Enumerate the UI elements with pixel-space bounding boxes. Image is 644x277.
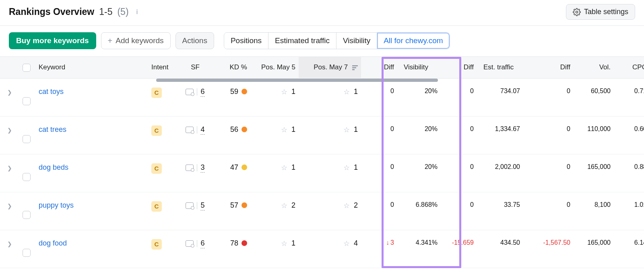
intent-badge: C <box>151 201 162 212</box>
h-scrollbar[interactable] <box>156 79 644 82</box>
page-title: Rankings Overview <box>9 6 94 17</box>
cpc-value: 6.14 <box>614 230 644 255</box>
table-settings-button[interactable]: Table settings <box>566 4 635 20</box>
table-row: ❯ dog food C 6 78 ☆1 ☆4 3 4.341% -15.659… <box>0 230 644 268</box>
serp-features[interactable]: 6 <box>186 239 204 248</box>
th-cpc[interactable]: CPC <box>614 57 644 78</box>
star-icon: ☆ <box>343 87 350 96</box>
plus-icon: + <box>108 37 113 45</box>
est-traffic-value: 734.07 <box>477 79 523 104</box>
info-icon[interactable]: i <box>134 8 141 16</box>
intent-badge: C <box>151 87 162 98</box>
th-pos-may7[interactable]: Pos. May 7 <box>299 57 361 78</box>
th-visibility[interactable]: Visibility <box>397 57 441 78</box>
table-settings-label: Table settings <box>584 8 628 16</box>
kd-value: 78 <box>230 239 247 248</box>
diff-pos: 3 <box>361 230 397 255</box>
diff-visibility: 0 <box>441 154 477 179</box>
pos-may7: ☆1 <box>343 163 358 172</box>
pos-may5: ☆2 <box>281 201 295 210</box>
th-intent[interactable]: Intent <box>148 57 177 78</box>
select-all-checkbox[interactable] <box>23 64 31 72</box>
th-keyword[interactable]: Keyword <box>35 57 148 78</box>
keyword-link[interactable]: dog food <box>39 239 67 247</box>
kd-value: 59 <box>230 87 247 96</box>
row-checkbox[interactable] <box>23 211 31 219</box>
pos-may7: ☆4 <box>343 239 358 248</box>
intent-badge: C <box>151 125 162 136</box>
serp-icon <box>186 165 194 171</box>
vol-value: 60,500 <box>574 79 614 104</box>
serp-icon <box>186 202 194 209</box>
svg-rect-1 <box>352 65 358 66</box>
serp-icon <box>186 240 194 247</box>
visibility-value: 6.868% <box>397 192 441 217</box>
title-wrap: Rankings Overview 1-5 (5) i <box>9 6 141 17</box>
diff-pos: 0 <box>361 79 397 104</box>
row-checkbox[interactable] <box>23 249 31 257</box>
expand-row-chevron-icon[interactable]: ❯ <box>0 192 19 209</box>
visibility-value: 20% <box>397 117 441 142</box>
th-pos-may5[interactable]: Pos. May 5 <box>250 57 299 78</box>
rankings-table: Keyword Intent SF KD % Pos. May 5 Pos. M… <box>0 56 644 268</box>
visibility-value: 20% <box>397 154 441 179</box>
th-est-traffic[interactable]: Est. traffic <box>477 57 523 78</box>
serp-features[interactable]: 5 <box>186 201 204 210</box>
expand-row-chevron-icon[interactable]: ❯ <box>0 230 19 247</box>
th-diff1[interactable]: Diff <box>361 57 397 78</box>
buy-keywords-button[interactable]: Buy more keywords <box>9 32 96 49</box>
pos-may5: ☆1 <box>281 125 295 134</box>
star-icon: ☆ <box>281 201 287 210</box>
vol-value: 110,000 <box>574 117 614 142</box>
pos-may5: ☆1 <box>281 239 295 248</box>
kd-value: 56 <box>230 125 247 134</box>
diff-est: -1,567.50 <box>523 230 574 255</box>
actions-button[interactable]: Actions <box>175 32 214 49</box>
keyword-link[interactable]: puppy toys <box>39 201 74 209</box>
serp-features[interactable]: 4 <box>186 125 204 135</box>
diff-pos: 0 <box>361 154 397 179</box>
sort-asc-icon <box>352 63 358 71</box>
star-icon: ☆ <box>281 163 287 172</box>
serp-features[interactable]: 6 <box>186 87 204 97</box>
seg-visibility[interactable]: Visibility <box>336 33 377 49</box>
pos-may5: ☆1 <box>281 163 295 172</box>
table-row: ❯ cat toys C 6 59 ☆1 ☆1 0 20% 0 734.07 0… <box>0 79 644 117</box>
expand-row-chevron-icon[interactable]: ❯ <box>0 154 19 171</box>
th-sf[interactable]: SF <box>177 57 213 78</box>
topbar: Rankings Overview 1-5 (5) i Table settin… <box>0 0 644 26</box>
pos-may5: ☆1 <box>281 87 295 96</box>
intent-badge: C <box>151 239 162 250</box>
kd-dot-icon <box>242 89 247 94</box>
seg-est-traffic[interactable]: Estimated traffic <box>268 33 336 49</box>
row-checkbox[interactable] <box>23 173 31 181</box>
table-row: ❯ cat trees C 4 56 ☆1 ☆1 0 20% 0 1,334.6… <box>0 117 644 154</box>
star-icon: ☆ <box>281 87 287 96</box>
add-keywords-label: Add keywords <box>116 36 163 45</box>
kd-dot-icon <box>242 202 247 208</box>
page-range: 1-5 <box>99 6 112 17</box>
sf-count: 3 <box>200 163 204 173</box>
serp-features[interactable]: 3 <box>186 163 204 173</box>
diff-est: 0 <box>523 117 574 142</box>
star-icon: ☆ <box>343 125 350 134</box>
keyword-link[interactable]: cat trees <box>39 125 66 133</box>
row-checkbox[interactable] <box>23 135 31 143</box>
th-diff3[interactable]: Diff <box>523 57 574 78</box>
seg-positions[interactable]: Positions <box>224 33 268 49</box>
keyword-link[interactable]: cat toys <box>39 87 64 96</box>
svg-rect-3 <box>352 69 355 70</box>
kd-dot-icon <box>242 240 247 246</box>
th-kd[interactable]: KD % <box>213 57 250 78</box>
seg-all-for[interactable]: All for chewy.com <box>377 33 449 49</box>
diff-pos: 0 <box>361 117 397 142</box>
th-vol[interactable]: Vol. <box>574 57 614 78</box>
th-diff2[interactable]: Diff <box>441 57 477 78</box>
row-checkbox[interactable] <box>23 97 31 105</box>
keyword-link[interactable]: dog beds <box>39 163 68 171</box>
expand-row-chevron-icon[interactable]: ❯ <box>0 117 19 133</box>
serp-icon <box>186 89 194 95</box>
add-keywords-button[interactable]: + Add keywords <box>101 32 171 49</box>
expand-row-chevron-icon[interactable]: ❯ <box>0 79 19 96</box>
kd-dot-icon <box>242 165 247 170</box>
